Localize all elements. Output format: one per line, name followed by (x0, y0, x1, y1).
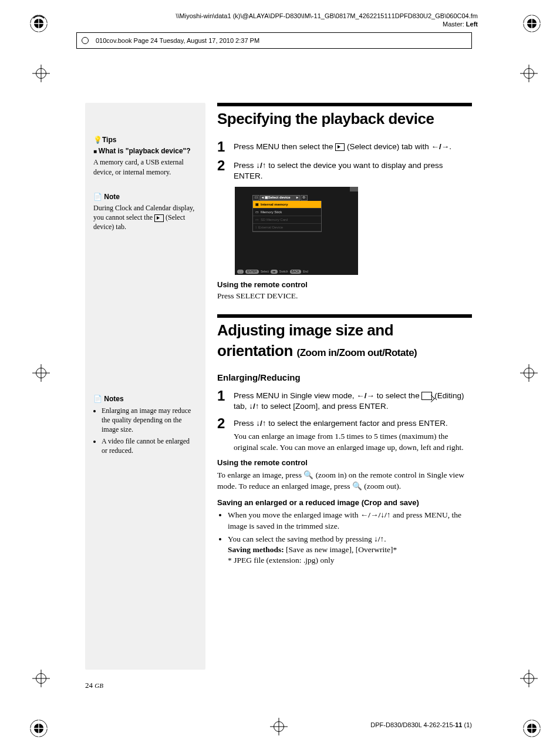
crosshair-icon (520, 364, 538, 382)
step-number: 1 (217, 389, 234, 412)
step-1: 1 Press MENU then select the (Select dev… (217, 140, 472, 154)
tab-settings-icon: ⚙ (301, 195, 308, 201)
left-right-arrow-icon: ←/→ (431, 142, 449, 151)
device-item-disabled: ⟟ External Device (253, 224, 321, 231)
step-text: Press ↓/↑ to select the enlargement fact… (234, 416, 472, 453)
tips-subheading: What is "playback device"? (93, 146, 197, 156)
editing-tab-icon (421, 392, 432, 400)
tips-heading: 💡Tips (93, 135, 197, 145)
remote-heading: Using the remote control (217, 280, 472, 290)
subsection-title: Enlarging/Reducing (217, 372, 472, 384)
registration-mark-icon (521, 13, 542, 34)
save-item: You can select the saving method by pres… (228, 534, 472, 566)
section-title: Adjusting image size and orientation (Zo… (217, 320, 472, 361)
device-item-disabled: ▭ SD Memory Card (253, 216, 321, 224)
tab-select-device: ◂ ▣ Select device ▸ (260, 195, 300, 201)
saving-methods-label: Saving methods: (228, 545, 284, 554)
registration-mark-icon (28, 13, 49, 34)
page-number: 24 GB (85, 681, 103, 690)
note-heading: 📄 Note (93, 192, 197, 201)
remote-body: To enlarge an image, press 🔍 (zoom in) o… (217, 470, 472, 491)
crosshair-icon (520, 670, 538, 687)
step-text: Press MENU then select the (Select devic… (234, 140, 451, 154)
tips-body: A memory card, a USB external device, or… (93, 157, 197, 176)
note-item: Enlarging an image may reduce the qualit… (102, 406, 197, 435)
device-item: ▭ Memory Stick (253, 209, 321, 216)
notes-heading: 📄 Notes (93, 394, 197, 404)
save-heading: Saving an enlarged or a reduced image (C… (217, 498, 472, 508)
down-up-arrow-icon: ↓/↑ (256, 419, 266, 428)
remote-heading: Using the remote control (217, 458, 472, 468)
registration-mark-icon (521, 718, 542, 739)
note-body: During Clock and Calendar display, you c… (93, 203, 197, 232)
notes-list: Enlarging an image may reduce the qualit… (93, 406, 197, 456)
step-number: 2 (217, 159, 234, 182)
device-screenshot: ⊡ ◂ ▣ Select device ▸ ⚙ ▣ Internal memor… (235, 187, 358, 275)
step-text: Press MENU in Single view mode, ←/→ to s… (234, 389, 472, 412)
step-number: 1 (217, 140, 234, 154)
remote-body: Press SELECT DEVICE. (217, 291, 472, 301)
select-device-icon (154, 214, 164, 222)
registration-mark-icon (28, 718, 49, 739)
section-title: Specifying the playback device (217, 109, 472, 129)
left-right-arrow-icon: ←/→ (356, 391, 375, 400)
bulb-icon: 💡 (93, 135, 102, 145)
saving-methods-value: [Save as new image], [Overwrite]* (284, 545, 397, 554)
crosshair-icon (32, 364, 50, 382)
tab-slideshow-icon: ⊡ (252, 195, 259, 201)
crosshair-icon (32, 65, 50, 82)
header-path: \\Miyoshi-win\data1 (k)\@ALAYA\DPF-D830\… (176, 12, 478, 29)
device-item-selected: ▣ Internal memory (253, 201, 321, 209)
file-path: \\Miyoshi-win\data1 (k)\@ALAYA\DPF-D830\… (176, 12, 478, 20)
down-up-arrow-icon: ↓/↑ (256, 161, 266, 170)
step-2: 2 Press ↓/↑ to select the enlargement fa… (217, 416, 472, 453)
step-number: 2 (217, 416, 234, 453)
four-way-arrow-icon: ←/→/↓/↑ (360, 510, 391, 519)
section-rule (217, 314, 472, 318)
crosshair-icon (520, 65, 538, 82)
step-1: 1 Press MENU in Single view mode, ←/→ to… (217, 389, 472, 412)
section-rule (217, 103, 472, 106)
step-text: Press ↓/↑ to select the device you want … (234, 159, 472, 182)
save-footnote: * JPEG file (extension: .jpg) only (228, 556, 334, 564)
note-icon: 📄 (93, 193, 104, 201)
book-info-box: 010cov.book Page 24 Tuesday, August 17, … (76, 32, 472, 49)
save-item: When you move the enlarged image with ←/… (228, 510, 472, 531)
note-item: A video file cannot be enlarged or reduc… (102, 436, 197, 455)
sidebar: 💡Tips What is "playback device"? A memor… (85, 103, 205, 670)
save-list: When you move the enlarged image with ←/… (217, 510, 472, 566)
book-info-text: 010cov.book Page 24 Tuesday, August 17, … (96, 37, 259, 44)
step-2: 2 Press ↓/↑ to select the device you wan… (217, 159, 472, 182)
down-up-arrow-icon: ↓/↑ (249, 402, 259, 411)
crosshair-icon (270, 718, 288, 735)
main-content: Specifying the playback device 1 Press M… (205, 103, 472, 670)
crosshair-icon (32, 670, 50, 687)
down-up-arrow-icon: ↓/↑ (374, 535, 384, 543)
doc-id: DPF-D830/D830L 4-262-215-11 (1) (370, 721, 472, 728)
step-detail: You can enlarge an image from 1.5 times … (234, 431, 472, 452)
select-device-icon (335, 143, 345, 151)
master-side: Master: Left (176, 20, 478, 28)
screenshot-footer: ⬚ENTERSelect ◂▸Switch BACKEnd (237, 270, 356, 274)
note-icon: 📄 (93, 395, 104, 403)
binder-hole-icon (82, 37, 89, 44)
